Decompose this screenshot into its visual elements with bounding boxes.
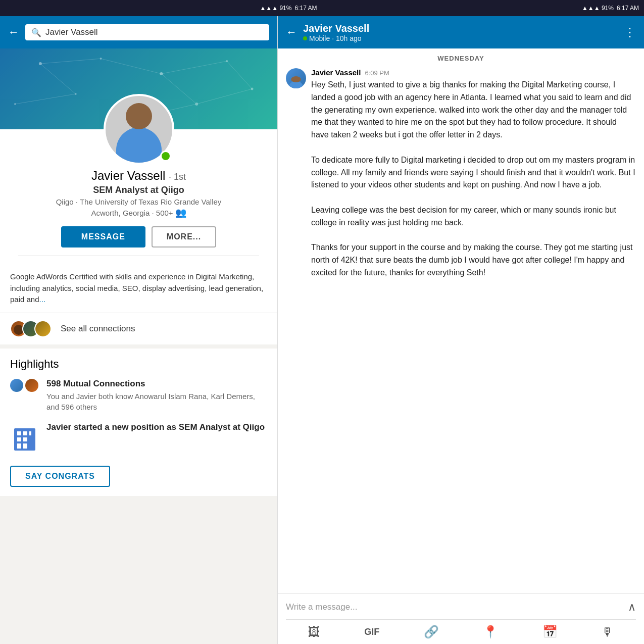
svg-rect-24 <box>17 443 21 449</box>
highlights-section: Highlights 598 Mutual Connections You an… <box>0 349 277 496</box>
svg-rect-19 <box>17 431 21 435</box>
profile-title: SEM Analyst at Qiigo <box>10 185 267 195</box>
new-position-item: Javier started a new position as SEM Ana… <box>10 422 267 452</box>
svg-line-9 <box>40 59 101 64</box>
mic-toolbar-icon[interactable]: 🎙 <box>602 625 614 639</box>
message-button[interactable]: MESSAGE <box>61 226 145 247</box>
svg-rect-20 <box>23 431 27 435</box>
status-time-left: 6:17 AM <box>294 5 317 12</box>
svg-line-12 <box>227 61 252 89</box>
profile-summary: Google AdWords Certified with skills and… <box>0 264 277 313</box>
chat-contact-name: Javier Vassell <box>303 23 624 34</box>
chat-sender-row: Javier Vassell 6:09 PM <box>311 68 636 77</box>
search-icon: 🔍 <box>31 28 41 37</box>
svg-rect-25 <box>23 443 27 449</box>
gif-toolbar-icon[interactable]: GIF <box>364 627 379 637</box>
left-header: ← 🔍 Javier Vassell <box>0 16 277 48</box>
see-all-connections[interactable]: See all connections <box>0 313 277 344</box>
message-input-area: Write a message... ∧ 🖼 GIF 🔗 📍 📅 🎙 <box>278 593 644 644</box>
location-toolbar-icon[interactable]: 📍 <box>483 625 498 639</box>
profile-avatar-container <box>0 94 277 165</box>
profile-actions: MESSAGE MORE... <box>10 226 267 247</box>
message-input-row: Write a message... ∧ <box>286 600 636 614</box>
chat-message: Javier Vassell 6:09 PM Hey Seth, I just … <box>286 68 636 279</box>
profile-card: Javier Vassell · 1st SEM Analyst at Qiig… <box>0 48 277 344</box>
status-signal-left: ▲▲▲ 91% <box>260 5 291 12</box>
search-query: Javier Vassell <box>45 27 98 37</box>
chat-menu-button[interactable]: ⋮ <box>624 25 636 39</box>
online-status-dot <box>303 36 307 40</box>
company-building-svg <box>10 422 39 452</box>
chat-bubble: Javier Vassell 6:09 PM Hey Seth, I just … <box>311 68 636 279</box>
chat-day-label: WEDNESDAY <box>278 48 644 68</box>
calendar-toolbar-icon[interactable]: 📅 <box>542 625 558 639</box>
building-icon <box>10 422 39 452</box>
link-toolbar-icon[interactable]: 🔗 <box>424 625 439 639</box>
message-placeholder: Write a message... <box>286 600 624 614</box>
profile-info: Javier Vassell · 1st SEM Analyst at Qiig… <box>0 165 277 264</box>
mutual-connections-item: 598 Mutual Connections You and Javier bo… <box>10 379 267 412</box>
status-bar: ▲▲▲ 91% 6:17 AM ▲▲▲ 91% 6:17 AM <box>0 0 644 16</box>
status-bar-left: ▲▲▲ 91% 6:17 AM <box>0 0 322 16</box>
online-indicator <box>160 151 171 162</box>
profile-details: Qiigo · The University of Texas Rio Gran… <box>10 197 267 206</box>
left-back-button[interactable]: ← <box>8 26 19 39</box>
svg-rect-23 <box>23 437 27 441</box>
connection-avatar-3 <box>34 320 52 337</box>
mutual-connections-icon <box>10 379 39 408</box>
svg-line-11 <box>161 61 227 74</box>
right-panel: ← Javier Vassell Mobile · 10h ago ⋮ WEDN… <box>278 16 644 644</box>
right-header-info: Javier Vassell Mobile · 10h ago <box>303 23 624 42</box>
status-signal-right: ▲▲▲ 91% <box>582 5 614 12</box>
connection-badge: · 1st <box>169 172 186 182</box>
right-header: ← Javier Vassell Mobile · 10h ago ⋮ <box>278 16 644 48</box>
left-panel: ← 🔍 Javier Vassell <box>0 16 278 644</box>
image-toolbar-icon[interactable]: 🖼 <box>308 625 320 639</box>
see-all-connections-label: See all connections <box>61 324 135 334</box>
profile-location: Acworth, Georgia · 500+ 👥 <box>10 207 267 218</box>
svg-line-13 <box>40 64 76 94</box>
highlights-title: Highlights <box>10 358 267 371</box>
see-more-link[interactable]: ... <box>39 295 46 304</box>
right-back-button[interactable]: ← <box>286 26 297 39</box>
svg-rect-21 <box>29 431 31 435</box>
svg-line-10 <box>101 59 162 74</box>
say-congrats-button[interactable]: SAY CONGRATS <box>10 466 110 487</box>
chat-area: Javier Vassell 6:09 PM Hey Seth, I just … <box>278 68 644 593</box>
connections-people-icon: 👥 <box>175 207 186 218</box>
chat-toolbar: 🖼 GIF 🔗 📍 📅 🎙 <box>286 619 636 639</box>
new-position-text: Javier started a new position as SEM Ana… <box>46 422 265 434</box>
expand-input-button[interactable]: ∧ <box>628 601 636 614</box>
chat-contact-status: Mobile · 10h ago <box>303 34 624 42</box>
chat-sender-name: Javier Vassell <box>311 68 361 77</box>
chat-message-time: 6:09 PM <box>365 69 389 77</box>
connection-avatars <box>10 320 46 337</box>
status-time-right: 6:17 AM <box>617 5 639 12</box>
profile-divider <box>18 256 259 256</box>
svg-rect-22 <box>17 437 21 441</box>
mutual-connections-text: 598 Mutual Connections You and Javier bo… <box>46 379 267 412</box>
chat-message-text: Hey Seth, I just wanted to give a big th… <box>311 79 636 279</box>
more-button[interactable]: MORE... <box>152 226 216 247</box>
search-bar[interactable]: 🔍 Javier Vassell <box>25 24 269 40</box>
profile-name: Javier Vassell · 1st <box>10 169 267 183</box>
status-bar-right: ▲▲▲ 91% 6:17 AM <box>322 0 645 16</box>
chat-sender-avatar <box>286 68 306 88</box>
